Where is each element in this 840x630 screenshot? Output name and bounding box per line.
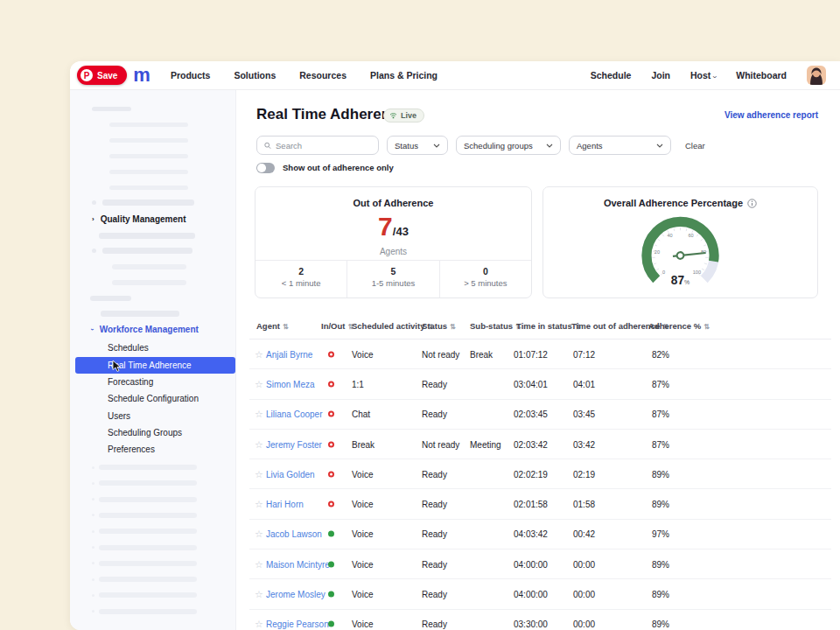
cell-adherence-pct: 89% <box>652 559 669 569</box>
agent-link[interactable]: Reggie Pearson <box>266 620 329 629</box>
cell-adherence-pct: 87% <box>652 439 669 449</box>
sort-icon: ⇅ <box>450 323 456 331</box>
summary-cards: Out of Adherence 7/43 Agents 2 < 1 minut… <box>255 186 818 298</box>
nav-item-solutions[interactable]: Solutions <box>234 70 276 80</box>
agent-link[interactable]: Maison Mcintyre <box>266 559 330 569</box>
sidebar-item-schedule-configuration[interactable]: Schedule Configuration <box>108 393 199 405</box>
cell-time-in-status: 02:03:45 <box>514 410 548 419</box>
placeholder-bar <box>99 609 197 614</box>
search-input-wrapper <box>256 136 379 155</box>
favorite-star-icon[interactable]: ☆ <box>255 438 263 450</box>
nav-item-schedule[interactable]: Schedule <box>591 70 632 80</box>
agent-link[interactable]: Livia Golden <box>266 469 315 479</box>
adherence-gauge: 0 20 40 60 80 100 87% <box>609 208 752 292</box>
placeholder-chevron <box>92 482 94 485</box>
agent-link[interactable]: Anjali Byrne <box>266 349 312 359</box>
placeholder-chevron <box>92 200 96 205</box>
cell-time-in-status: 02:01:58 <box>514 500 548 509</box>
user-avatar[interactable] <box>807 66 826 85</box>
cell-time-out-of-adherence: 03:45 <box>573 410 595 419</box>
placeholder-bar <box>92 107 131 111</box>
cell-time-in-status: 04:03:42 <box>514 529 548 539</box>
table-row: ☆ Jerome Mosley Voice Ready 04:00:00 00:… <box>249 579 831 609</box>
placeholder-bar <box>99 465 197 470</box>
cell-scheduled-activity: Voice <box>352 349 373 359</box>
out-of-adherence-toggle[interactable] <box>256 163 275 173</box>
favorite-star-icon[interactable]: ☆ <box>255 348 263 360</box>
agent-link[interactable]: Jeremy Foster <box>266 439 322 449</box>
col-header-agent[interactable]: Agent⇅ <box>256 321 289 331</box>
clear-filters-link[interactable]: Clear <box>685 141 705 150</box>
cell-scheduled-activity: Voice <box>352 529 373 539</box>
agent-link[interactable]: Jacob Lawson <box>266 529 322 539</box>
col-header-status[interactable]: Status⇅ <box>422 321 456 331</box>
nav-item-products[interactable]: Products <box>171 70 211 80</box>
cell-substatus: Break <box>470 349 493 359</box>
breakdown-over-5min: 0 > 5 minutes <box>439 261 531 298</box>
status-dropdown[interactable]: Status <box>387 136 448 155</box>
cell-status: Ready <box>422 559 447 569</box>
table-body: ☆ Anjali Byrne Voice Not ready Break 01:… <box>249 340 831 630</box>
favorite-star-icon[interactable]: ☆ <box>255 619 263 630</box>
col-header-inout[interactable]: In/Out⇅ <box>321 321 354 331</box>
cell-time-out-of-adherence: 00:00 <box>573 559 595 569</box>
sidebar-section-workforce-management[interactable]: › Workforce Management <box>91 325 199 334</box>
sidebar-item-forecasting[interactable]: Forecasting <box>108 376 153 388</box>
cell-scheduled-activity: Voice <box>352 559 373 569</box>
nav-item-host[interactable]: Host › <box>690 70 716 80</box>
nav-left-group: Products Solutions Resources Plans & Pri… <box>171 70 438 80</box>
cell-status: Ready <box>422 379 447 388</box>
favorite-star-icon[interactable]: ☆ <box>255 558 263 570</box>
info-icon[interactable] <box>747 199 757 208</box>
sort-icon: ⇅ <box>704 323 710 331</box>
nav-item-join[interactable]: Join <box>651 70 670 80</box>
favorite-star-icon[interactable]: ☆ <box>255 528 263 540</box>
view-adherence-report-link[interactable]: View adherence report <box>724 110 818 120</box>
out-of-adherence-count: 7/43 <box>256 214 531 245</box>
sidebar-item-users[interactable]: Users <box>108 410 130 423</box>
pinterest-save-button[interactable]: P Save <box>77 66 127 85</box>
favorite-star-icon[interactable]: ☆ <box>255 378 263 389</box>
favorite-star-icon[interactable]: ☆ <box>255 499 263 510</box>
favorite-star-icon[interactable]: ☆ <box>255 589 263 600</box>
cell-scheduled-activity: Break <box>352 439 374 449</box>
nav-item-resources[interactable]: Resources <box>299 70 346 80</box>
search-input[interactable] <box>276 141 371 150</box>
sidebar-section-quality-management[interactable]: › Quality Management <box>92 214 186 224</box>
agent-link[interactable]: Liliana Cooper <box>266 410 323 419</box>
agent-link[interactable]: Jerome Mosley <box>266 590 326 599</box>
sidebar-item-preferences[interactable]: Preferences <box>108 444 155 456</box>
save-button-label: Save <box>97 71 117 80</box>
favorite-star-icon[interactable]: ☆ <box>255 468 263 480</box>
agent-link[interactable]: Hari Horn <box>266 500 304 509</box>
col-header-adherence-pct[interactable]: Adherence %⇅ <box>648 321 710 331</box>
agent-link[interactable]: Simon Meza <box>266 379 315 388</box>
table-row: ☆ Livia Golden Voice Ready 02:02:19 02:1… <box>249 459 831 489</box>
cell-time-out-of-adherence: 00:00 <box>573 590 595 599</box>
cell-adherence-pct: 87% <box>652 379 669 388</box>
breakdown-value: 5 <box>347 266 438 276</box>
placeholder-bar <box>109 122 188 127</box>
app-window: P Save m Products Solutions Resources Pl… <box>70 61 840 630</box>
wifi-icon <box>389 112 397 119</box>
scheduling-groups-dropdown[interactable]: Scheduling groups <box>456 136 561 155</box>
miro-logo[interactable]: m <box>133 66 150 84</box>
agents-dropdown[interactable]: Agents <box>569 136 671 155</box>
cell-time-out-of-adherence: 01:58 <box>573 500 595 509</box>
favorite-star-icon[interactable]: ☆ <box>255 409 263 420</box>
filter-bar: Status Scheduling groups Agents Clear <box>256 136 705 155</box>
sidebar-item-scheduling-groups[interactable]: Scheduling Groups <box>108 427 182 439</box>
placeholder-bar <box>112 264 186 270</box>
top-navbar: P Save m Products Solutions Resources Pl… <box>70 61 840 90</box>
section-label: Workforce Management <box>100 325 199 334</box>
placeholder-bar <box>109 154 188 158</box>
cell-status: Ready <box>422 590 447 599</box>
breakdown-under-1min: 2 < 1 minute <box>256 261 346 298</box>
sidebar-item-real-time-adherence[interactable]: Real Time Adherence <box>75 357 235 374</box>
nav-item-plans-pricing[interactable]: Plans & Pricing <box>370 70 438 80</box>
nav-item-whiteboard[interactable]: Whiteboard <box>736 70 787 80</box>
inout-status-dot <box>328 381 334 387</box>
sidebar: › Quality Management › Workforce Managem… <box>70 90 236 630</box>
sidebar-item-schedules[interactable]: Schedules <box>108 342 149 354</box>
col-header-substatus[interactable]: Sub-status⇅ <box>470 321 522 331</box>
